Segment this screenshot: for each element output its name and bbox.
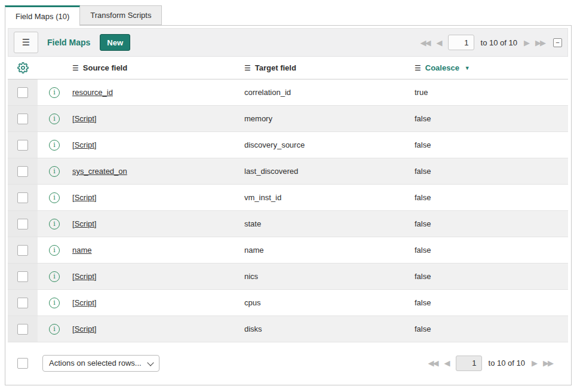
column-label: Source field <box>83 63 127 72</box>
coalesce-cell: false <box>415 272 568 281</box>
source-field-link[interactable]: [Script] <box>72 219 96 228</box>
field-maps-panel: ☰ Field Maps New ◀◀ ◀ to 10 of 10 ▶ ▶▶ − <box>5 25 572 385</box>
row-info-cell: i <box>38 140 71 151</box>
new-button[interactable]: New <box>100 34 130 51</box>
prev-page-icon[interactable]: ◀ <box>437 39 443 47</box>
pagination-range-label: to 10 of 10 <box>489 359 525 368</box>
row-checkbox[interactable] <box>17 140 28 151</box>
actions-select-wrap: Actions on selected rows... <box>42 355 159 372</box>
row-checkbox-cell <box>8 132 38 158</box>
source-field-cell: name <box>71 246 244 255</box>
personalize-list-button[interactable] <box>8 57 38 79</box>
row-checkbox-cell <box>8 264 38 289</box>
column-header-target-field[interactable]: ☰ Target field <box>244 63 415 72</box>
target-field-cell: name <box>244 246 415 255</box>
page-input[interactable] <box>456 356 482 371</box>
last-page-icon[interactable]: ▶▶ <box>543 359 554 367</box>
coalesce-cell: false <box>415 193 568 202</box>
info-icon[interactable]: i <box>49 245 60 256</box>
info-icon[interactable]: i <box>49 192 60 203</box>
source-field-link[interactable]: [Script] <box>72 324 96 333</box>
target-field-cell: disks <box>244 324 415 333</box>
list-toolbar: ☰ Field Maps New ◀◀ ◀ to 10 of 10 ▶ ▶▶ − <box>8 28 568 57</box>
next-page-icon[interactable]: ▶ <box>532 359 538 367</box>
coalesce-cell: false <box>415 219 568 228</box>
row-checkbox[interactable] <box>17 166 28 177</box>
prev-page-icon[interactable]: ◀ <box>444 359 450 367</box>
column-menu-icon: ☰ <box>72 64 79 72</box>
table-row: i [Script] memory false <box>8 106 568 132</box>
row-checkbox-cell <box>8 185 38 210</box>
source-field-cell: [Script] <box>71 298 244 307</box>
field-maps-list: ☰ Source field ☰ Target field ☰ Coalesce… <box>8 57 568 384</box>
source-field-cell: [Script] <box>71 324 244 333</box>
column-menu-icon: ☰ <box>415 64 421 72</box>
list-title: Field Maps <box>47 38 90 47</box>
row-checkbox[interactable] <box>17 192 28 203</box>
row-checkbox-cell <box>8 237 38 263</box>
source-field-cell: [Script] <box>71 272 244 281</box>
row-checkbox[interactable] <box>17 245 28 256</box>
row-checkbox[interactable] <box>17 87 28 98</box>
table-row: i [Script] discovery_source false <box>8 132 568 158</box>
row-info-cell: i <box>38 87 71 98</box>
select-all-checkbox[interactable] <box>17 358 28 369</box>
coalesce-cell: false <box>415 167 568 176</box>
row-info-cell: i <box>38 114 71 124</box>
last-page-icon[interactable]: ▶▶ <box>535 39 546 47</box>
info-icon[interactable]: i <box>49 298 60 308</box>
info-icon[interactable]: i <box>49 271 60 282</box>
collapse-list-button[interactable]: − <box>553 38 562 47</box>
target-field-cell: vm_inst_id <box>244 193 415 202</box>
list-context-menu-button[interactable]: ☰ <box>14 32 38 53</box>
info-icon[interactable]: i <box>49 87 60 98</box>
coalesce-cell: false <box>415 140 568 149</box>
row-checkbox[interactable] <box>17 219 28 229</box>
page-input[interactable] <box>448 35 474 50</box>
tab-field-maps[interactable]: Field Maps (10) <box>5 5 80 26</box>
row-info-cell: i <box>38 271 71 282</box>
source-field-cell: [Script] <box>71 114 244 123</box>
first-page-icon[interactable]: ◀◀ <box>421 39 431 47</box>
column-header-source-field[interactable]: ☰ Source field <box>71 63 244 72</box>
info-icon[interactable]: i <box>49 166 60 177</box>
target-field-cell: memory <box>244 114 415 123</box>
actions-select[interactable]: Actions on selected rows... <box>42 355 159 372</box>
row-checkbox[interactable] <box>17 298 28 308</box>
tab-transform-scripts[interactable]: Transform Scripts <box>80 5 162 25</box>
source-field-cell: [Script] <box>71 219 244 228</box>
list-footer: Actions on selected rows... ◀◀ ◀ to 10 o… <box>8 342 568 384</box>
row-checkbox-cell <box>8 158 38 184</box>
table-row: i sys_created_on last_discovered false <box>8 158 568 185</box>
source-field-link[interactable]: [Script] <box>72 272 96 281</box>
row-checkbox[interactable] <box>17 114 28 124</box>
first-page-icon[interactable]: ◀◀ <box>428 359 439 367</box>
source-field-link[interactable]: resource_id <box>72 88 113 97</box>
column-header-coalesce[interactable]: ☰ Coalesce ▼ <box>415 63 568 72</box>
target-field-cell: state <box>244 219 415 228</box>
source-field-link[interactable]: [Script] <box>72 114 96 123</box>
next-page-icon[interactable]: ▶ <box>524 39 530 47</box>
info-icon[interactable]: i <box>49 140 60 151</box>
coalesce-cell: false <box>415 246 568 255</box>
source-field-link[interactable]: [Script] <box>72 193 96 202</box>
row-info-cell: i <box>38 324 71 335</box>
table-body: i resource_id correlation_id true i [Scr… <box>8 79 568 342</box>
info-icon[interactable]: i <box>49 219 60 229</box>
table-row: i resource_id correlation_id true <box>8 79 568 106</box>
info-icon[interactable]: i <box>49 324 60 335</box>
source-field-link[interactable]: name <box>72 246 92 255</box>
source-field-link[interactable]: [Script] <box>72 140 96 149</box>
row-checkbox[interactable] <box>17 271 28 282</box>
target-field-cell: cpus <box>244 298 415 307</box>
info-icon[interactable]: i <box>49 114 60 124</box>
column-menu-icon: ☰ <box>244 64 251 72</box>
gear-icon <box>17 62 29 74</box>
row-checkbox-cell <box>8 106 38 131</box>
table-row: i [Script] nics false <box>8 264 568 290</box>
source-field-link[interactable]: sys_created_on <box>72 167 127 176</box>
source-field-link[interactable]: [Script] <box>72 298 96 307</box>
row-checkbox[interactable] <box>17 324 28 335</box>
row-info-cell: i <box>38 219 71 229</box>
pagination-bottom: ◀◀ ◀ to 10 of 10 ▶ ▶▶ <box>428 356 554 371</box>
